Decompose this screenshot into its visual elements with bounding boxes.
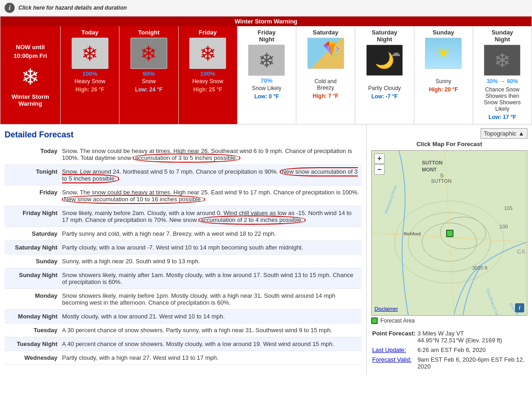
day-image-friday: ❄ (189, 38, 226, 69)
svg-text:Richford: Richford (404, 231, 421, 236)
windsock-icon: 🪁 (323, 40, 342, 58)
forecast-text-mondaynight: Mostly cloudy, with a low around 21. Wes… (60, 310, 362, 323)
period-name-sunday: Sunday (5, 255, 60, 268)
map-info-btn[interactable]: i (515, 303, 524, 312)
day-col-sundaynight[interactable]: SundayNight ❄ 30% → 60% Chance SnowShowe… (473, 26, 532, 124)
highlight-tonight: New snow accumulation of 3 to 5 inches p… (62, 167, 358, 183)
snow-icon-friday: ❄ (199, 42, 216, 65)
table-row: Sunday Night Snow showers likely, mainly… (5, 268, 362, 289)
hazard-text: Click here for hazard details and durati… (18, 5, 127, 11)
pf-location: 3 Miles W Jay VT 44.95°N 72.51°W (Elev. … (417, 329, 527, 345)
period-name-monday: Monday (5, 289, 60, 310)
snow-icon-fridaynight: ❄ (258, 49, 275, 72)
svg-text:3020 ft: 3020 ft (472, 265, 487, 271)
precip-friday: 100% (200, 70, 215, 77)
cloud-icon-sat: ☁ (391, 47, 401, 59)
condition-friday: Heavy Snow (192, 78, 223, 85)
day-col-saturday[interactable]: Saturday 🪁 Cold andBreezy High: 7 °F (296, 26, 355, 124)
map-disclaimer[interactable]: Disclaimer (374, 306, 398, 312)
precip-tonight: 90% (143, 70, 155, 77)
forecast-text-friday: Snow. The snow could be heavy at times. … (60, 186, 362, 206)
day-label-saturday: Saturday (313, 28, 339, 38)
map-type-chevron: ▲ (518, 130, 524, 137)
alert-label: Winter StormWarning (11, 93, 49, 107)
hazard-bar[interactable]: i Click here for hazard details and dura… (0, 0, 532, 16)
period-name-tuesday: Tuesday (5, 323, 60, 337)
condition-today: Heavy Snow (74, 78, 105, 85)
highlight-friday: New snow accumulation of 10 to 16 inches… (62, 195, 205, 204)
table-row: Tuesday Night A 40 percent chance of sno… (5, 337, 362, 351)
map-zoom-out[interactable]: − (374, 164, 385, 175)
pf-row-validforecast: Forecast Valid: 9am EST Feb 6, 2020-6pm … (371, 355, 527, 371)
day-columns-wrapper: Today ❄ 100% Heavy Snow High: 26 °F Toni… (60, 26, 532, 124)
svg-text:MONT: MONT (422, 167, 436, 172)
precip-today: 100% (82, 70, 97, 77)
day-col-sunday[interactable]: Sunday ☀ Sunny High: 20 °F (414, 26, 473, 124)
temp-saturdaynight: Low: -7 °F (371, 93, 397, 100)
condition-sundaynight: Chance SnowShowers thenSnow ShowersLikel… (484, 86, 521, 112)
day-label-sunday: Sunday (433, 28, 454, 38)
table-row: Tuesday A 30 percent chance of snow show… (5, 323, 362, 337)
day-col-fridaynight[interactable]: FridayNight ❄ 70% Snow Likely Low: 0 °F (237, 26, 296, 124)
day-label-tonight: Tonight (138, 28, 160, 38)
map-zoom-in[interactable]: + (374, 153, 385, 164)
day-col-friday[interactable]: Friday ❄ 100% Heavy Snow High: 25 °F (178, 26, 237, 124)
map-type-select[interactable]: Topographic ▲ (481, 128, 527, 139)
pf-lastupdate-value: 6:26 am EST Feb 6, 2020 (417, 345, 527, 355)
forecast-text-fridaynight: Snow likely, mainly before 2am. Cloudy, … (60, 206, 362, 227)
forecast-text-tonight: Snow. Low around 24. Northeast wind 5 to… (60, 165, 362, 186)
map-legend: Forecast Area (371, 318, 527, 324)
precip-fridaynight: 70% (260, 77, 272, 84)
highlight-fridaynight: accumulation of 2 to 4 inches possible. (198, 216, 306, 225)
legend-box (371, 318, 378, 324)
day-col-saturdaynight[interactable]: SaturdayNight 🌙 ☁ Partly Cloudy Low: -7 … (355, 26, 413, 124)
period-name-wednesday: Wednesday (5, 351, 60, 365)
condition-saturdaynight: Partly Cloudy (368, 85, 401, 91)
map-click-label: Click Map For Forecast (371, 141, 527, 147)
forecast-days: NOW until10:00pm Fri ❄ Winter StormWarni… (0, 26, 532, 124)
table-row: Friday Snow. The snow could be heavy at … (5, 186, 362, 206)
snow-icon-today: ❄ (81, 42, 98, 65)
table-row: Monday Snow showers likely, mainly befor… (5, 289, 362, 310)
day-image-saturdaynight: 🌙 ☁ (366, 45, 403, 76)
table-row: Today Snow. The snow could be heavy at t… (5, 144, 362, 165)
alert-box: NOW until10:00pm Fri ❄ Winter StormWarni… (0, 26, 60, 124)
day-col-tonight[interactable]: Tonight ❄ 90% Snow Low: 24 °F (119, 26, 178, 124)
forecast-strip: Winter Storm Warning NOW until10:00pm Fr… (0, 16, 532, 125)
condition-sunday: Sunny (436, 78, 451, 85)
highlight-today: accumulation of 3 to 5 inches possible. (133, 153, 240, 163)
period-name-tonight: Tonight (5, 165, 60, 186)
svg-text:S·: S· (440, 173, 445, 178)
period-name-saturday: Saturday (5, 227, 60, 241)
forecast-text-saturday: Partly sunny and cold, with a high near … (60, 227, 362, 241)
day-col-today[interactable]: Today ❄ 100% Heavy Snow High: 26 °F (60, 26, 119, 124)
period-name-friday: Friday (5, 186, 60, 206)
alert-time: NOW until10:00pm Fri (14, 43, 47, 60)
period-name-fridaynight: Friday Night (5, 206, 60, 227)
period-name-sundaynight: Sunday Night (5, 268, 60, 289)
forecast-text-sundaynight: Snow showers likely, mainly after 1am. M… (60, 268, 362, 289)
period-name-saturdaynight: Saturday Night (5, 241, 60, 255)
legend-label: Forecast Area (380, 318, 415, 324)
table-row: Friday Night Snow likely, mainly before … (5, 206, 362, 227)
precip-sunday (442, 70, 444, 77)
day-label-today: Today (81, 28, 98, 38)
map-container[interactable]: 3020 ft 105 100 SUTTON MONT S· SUTTON Ri… (371, 150, 527, 316)
precip-saturdaynight (384, 77, 385, 84)
svg-text:CA: CA (517, 248, 526, 255)
condition-fridaynight: Snow Likely (252, 85, 281, 91)
detailed-forecast-panel: Detailed Forecast Today Snow. The snow c… (0, 125, 367, 375)
temp-saturday: High: 7 °F (313, 93, 339, 99)
pf-label: Point Forecast: (371, 329, 417, 345)
pf-lastupdate-label: Last Update: (371, 345, 417, 355)
snow-icon-tonight: ❄ (140, 42, 157, 65)
pf-forecastvalid-label: Forecast Valid: (371, 355, 417, 371)
forecast-text-today: Snow. The snow could be heavy at times. … (60, 144, 362, 165)
precip-saturday (325, 70, 327, 77)
day-label-sundaynight: SundayNight (492, 28, 513, 45)
map-type-label: Topographic (484, 130, 516, 137)
forecast-text-sunday: Sunny, with a high near 20. South wind 9… (60, 255, 362, 268)
day-label-saturdaynight: SaturdayNight (372, 28, 397, 45)
condition-tonight: Snow (142, 78, 156, 85)
temp-sunday: High: 20 °F (429, 86, 458, 93)
